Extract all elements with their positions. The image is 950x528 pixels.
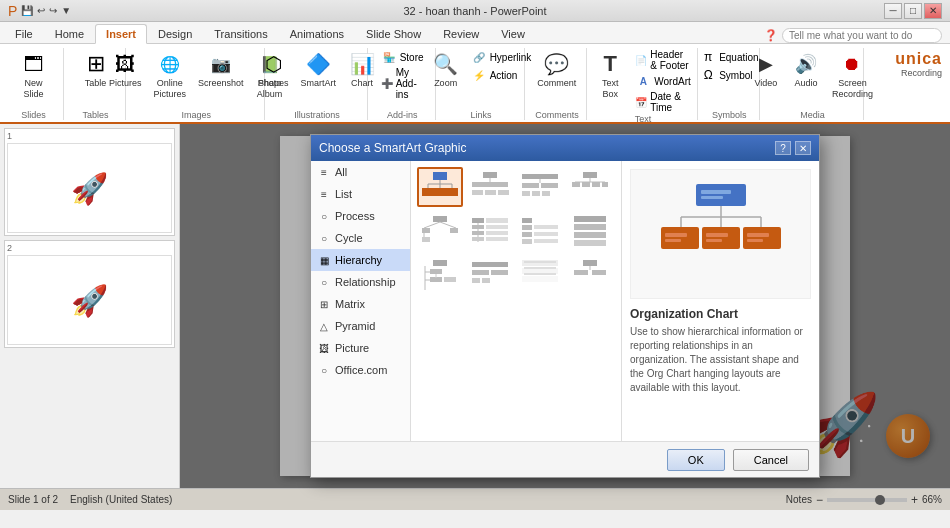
- ribbon-btn-zoom[interactable]: 🔍 Zoom: [428, 48, 464, 91]
- tab-review[interactable]: Review: [432, 24, 490, 43]
- quick-customize[interactable]: ▼: [61, 5, 71, 16]
- ribbon-btn-pictures[interactable]: 🖼 Pictures: [105, 48, 146, 91]
- tab-file[interactable]: File: [4, 24, 44, 43]
- svg-rect-6: [422, 188, 434, 196]
- grid-item-2[interactable]: [467, 167, 513, 207]
- screenshot-icon: 📷: [207, 50, 235, 78]
- category-cycle[interactable]: ○Cycle: [311, 227, 410, 249]
- title-bar: P 💾 ↩ ↪ ▼ 32 - hoan thanh - PowerPoint ─…: [0, 0, 950, 22]
- zoom-slider[interactable]: [827, 498, 907, 502]
- zoom-out-icon[interactable]: −: [816, 493, 823, 507]
- grid-item-7[interactable]: [517, 211, 563, 251]
- slide-thumb-1[interactable]: 1 🚀: [4, 128, 175, 236]
- category-picture[interactable]: 🖼Picture: [311, 337, 410, 359]
- slide-thumb-2[interactable]: 2 🚀: [4, 240, 175, 348]
- maximize-button[interactable]: □: [904, 3, 922, 19]
- svg-rect-67: [472, 278, 480, 283]
- category-office-com[interactable]: ○Office.com: [311, 359, 410, 381]
- group-label-links: Links: [446, 110, 516, 120]
- svg-rect-20: [532, 191, 540, 196]
- svg-rect-40: [472, 237, 484, 241]
- ribbon-btn-online-pictures[interactable]: 🌐 OnlinePictures: [149, 48, 190, 102]
- zoom-in-icon[interactable]: +: [911, 493, 918, 507]
- svg-rect-68: [482, 278, 490, 283]
- tab-transitions[interactable]: Transitions: [203, 24, 278, 43]
- grid-item-5[interactable]: [417, 211, 463, 251]
- ribbon-btn-action[interactable]: ⚡ Action: [468, 66, 535, 84]
- minimize-button[interactable]: ─: [884, 3, 902, 19]
- ribbon-btn-audio[interactable]: 🔊 Audio: [788, 48, 824, 91]
- svg-rect-66: [491, 270, 508, 275]
- svg-rect-64: [472, 262, 508, 267]
- category-hierarchy[interactable]: ▦Hierarchy: [311, 249, 410, 271]
- quick-redo[interactable]: ↪: [49, 5, 57, 16]
- cancel-button[interactable]: Cancel: [733, 449, 809, 471]
- svg-rect-11: [472, 182, 508, 187]
- close-button[interactable]: ✕: [924, 3, 942, 19]
- grid-chart-12: [570, 258, 610, 293]
- quick-save[interactable]: 💾: [21, 5, 33, 16]
- grid-item-6[interactable]: [467, 211, 513, 251]
- tab-slideshow[interactable]: Slide Show: [355, 24, 432, 43]
- dialog-close-button[interactable]: ✕: [795, 141, 811, 155]
- grid-item-11[interactable]: [517, 255, 563, 295]
- action-label: Action: [490, 70, 518, 81]
- grid-item-org-chart[interactable]: [417, 167, 463, 207]
- ribbon-group-illustrations: ⬡ Shapes 🔷 SmartArt 📊 Chart Illustration…: [267, 48, 367, 120]
- ribbon-btn-header-footer[interactable]: 📄 Header & Footer: [632, 48, 694, 72]
- grid-item-9[interactable]: [417, 255, 463, 295]
- svg-rect-60: [430, 269, 442, 274]
- category-list[interactable]: ≡List: [311, 183, 410, 205]
- group-content-addins: 🏪 Store ➕ My Add-ins: [378, 48, 427, 110]
- svg-rect-88: [665, 233, 687, 237]
- ribbon-btn-my-addins[interactable]: ➕ My Add-ins: [378, 66, 427, 101]
- textbox-icon: T: [596, 50, 624, 78]
- header-footer-label: Header & Footer: [650, 49, 691, 71]
- svg-rect-63: [444, 277, 456, 282]
- grid-item-12[interactable]: [567, 255, 613, 295]
- ok-button[interactable]: OK: [667, 449, 725, 471]
- quick-undo[interactable]: ↩: [37, 5, 45, 16]
- group-label-tables: Tables: [74, 110, 117, 120]
- category-pyramid[interactable]: △Pyramid: [311, 315, 410, 337]
- textbox-label: TextBox: [602, 78, 619, 100]
- grid-chart-6: [470, 214, 510, 249]
- tab-design[interactable]: Design: [147, 24, 203, 43]
- tab-home[interactable]: Home: [44, 24, 95, 43]
- ribbon-btn-store[interactable]: 🏪 Store: [378, 48, 427, 66]
- grid-chart-7: [520, 214, 560, 249]
- category-matrix[interactable]: ⊞Matrix: [311, 293, 410, 315]
- svg-rect-55: [574, 240, 606, 246]
- ribbon-btn-datetime[interactable]: 📅 Date & Time: [632, 90, 694, 114]
- tab-insert[interactable]: Insert: [95, 24, 147, 44]
- svg-rect-14: [498, 190, 509, 195]
- ribbon-btn-smartart[interactable]: 🔷 SmartArt: [297, 48, 341, 91]
- category-relationship[interactable]: ○Relationship: [311, 271, 410, 293]
- grid-item-4[interactable]: [567, 167, 613, 207]
- grid-item-3[interactable]: [517, 167, 563, 207]
- dialog-footer: OK Cancel: [311, 441, 819, 477]
- grid-item-8[interactable]: [567, 211, 613, 251]
- grid-item-10[interactable]: [467, 255, 513, 295]
- ribbon-btn-screenshot[interactable]: 📷 Screenshot: [194, 48, 248, 91]
- help-input[interactable]: [782, 28, 942, 43]
- tab-animations[interactable]: Animations: [279, 24, 355, 43]
- svg-rect-65: [472, 270, 489, 275]
- ribbon-btn-hyperlink[interactable]: 🔗 Hyperlink: [468, 48, 535, 66]
- ribbon-btn-new-slide[interactable]: 🗔 NewSlide: [16, 48, 52, 102]
- dialog-help-button[interactable]: ?: [775, 141, 791, 155]
- tab-view[interactable]: View: [490, 24, 536, 43]
- ribbon-btn-shapes[interactable]: ⬡ Shapes: [254, 48, 293, 91]
- comment-label: Comment: [537, 78, 576, 89]
- status-bar-right: Notes − + 66%: [786, 493, 942, 507]
- ribbon-btn-comment[interactable]: 💬 Comment: [533, 48, 580, 91]
- svg-rect-15: [522, 174, 558, 179]
- ribbon-btn-wordart[interactable]: A WordArt: [632, 72, 694, 90]
- notes-button[interactable]: Notes: [786, 494, 812, 505]
- category-process[interactable]: ○Process: [311, 205, 410, 227]
- dialog-titlebar: Choose a SmartArt Graphic ? ✕: [311, 135, 819, 161]
- ribbon-btn-textbox[interactable]: T TextBox: [592, 48, 628, 102]
- ribbon-btn-video[interactable]: ▶ Video: [748, 48, 784, 91]
- pictures-label: Pictures: [109, 78, 142, 89]
- category-all[interactable]: ≡All: [311, 161, 410, 183]
